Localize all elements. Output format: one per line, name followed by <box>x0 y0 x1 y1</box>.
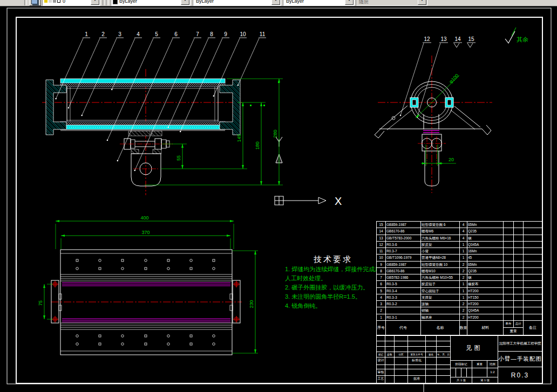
bom-cell-material: 16Mn <box>467 248 503 254</box>
drawing-title: 小臂—手装配图 <box>498 352 542 367</box>
bom-cell-material: 钢 <box>467 235 503 241</box>
callout-leader <box>135 38 194 170</box>
hole-square <box>121 259 124 262</box>
title-block-cell: 审核 <box>377 369 385 375</box>
title-block-empty-cell <box>426 357 436 365</box>
callout-leader <box>238 38 259 85</box>
bom-cell-remark <box>524 255 542 260</box>
stage-cell <box>461 368 466 377</box>
hole-circle <box>76 335 79 338</box>
lineweight-combo[interactable]: ByLayer ▼ <box>283 0 355 6</box>
bom-cell-code: GB6170-86 <box>386 228 420 234</box>
dim-arrow <box>254 349 256 353</box>
bom-cell-name: 支撑架 <box>421 294 459 300</box>
bom-cell-unit <box>504 314 513 320</box>
fork-leg-right <box>454 106 480 127</box>
bom-cell-remark <box>524 222 542 228</box>
title-block-cell: 设计 <box>377 357 385 365</box>
layer-properties-button[interactable] <box>29 0 41 6</box>
plotstyle-combo: 随层 ▼ <box>356 0 427 6</box>
bom-cell-material: 钢 <box>467 274 503 280</box>
bom-cell-code: GB859-1987 <box>386 262 420 267</box>
title-block-cell: 处数 <box>385 352 394 357</box>
linetype-dropdown-arrow[interactable]: ▼ <box>271 0 280 5</box>
callout-leader-dot <box>81 115 83 116</box>
title-block-empty-cell <box>377 365 385 369</box>
bom-cell-qty: 4 <box>460 228 467 234</box>
layer-combo[interactable]: 0 ▼ <box>42 0 100 6</box>
bom-cell-seq: 1 <box>377 314 385 320</box>
color-combo[interactable]: ByLayer ▼ <box>111 0 191 6</box>
stage-cell <box>467 368 472 377</box>
material-note: 见图 <box>451 336 498 360</box>
bom-cell-seq: 7 <box>377 274 385 280</box>
sheet-number: 第 1 张 <box>472 377 498 383</box>
linetype-combo[interactable]: ByLayer ▼ <box>193 0 281 6</box>
tech-line: 人工时效处理。 <box>285 275 327 281</box>
title-block-empty-cell <box>385 365 394 369</box>
title-block-cell: 更改文件号 <box>408 352 425 357</box>
title-block-empty-cell <box>385 347 394 352</box>
dia-label: φ100 <box>448 73 460 85</box>
callout-leader <box>56 38 83 99</box>
title-block-revision-grid: 标记处数分区更改文件号签名年、月、日设计标准化审核工艺批准 <box>377 336 450 383</box>
plate-hatch-bottom <box>60 121 225 125</box>
bom-cell-name: 六角头螺栓 M10×55 <box>421 274 459 280</box>
bom-cell-material: HT150 <box>467 294 503 300</box>
bom-cell-unit <box>504 255 513 260</box>
dim-arrow <box>230 220 234 222</box>
bom-cell-qty: 1 <box>460 288 467 294</box>
bom-cell-total <box>514 307 523 313</box>
lineweight-dropdown-arrow[interactable]: ▼ <box>345 0 354 5</box>
bom-cell-seq: 14 <box>377 228 385 234</box>
toolbar-divider <box>103 0 105 5</box>
title-block-empty-cell <box>395 376 407 383</box>
title-block-empty-cell <box>426 369 436 375</box>
bom-cell-remark <box>524 262 542 267</box>
dim-arrow <box>438 162 441 164</box>
stage-label: 阶段标记 <box>451 361 472 368</box>
bom-cell-total <box>514 248 523 254</box>
hole-circle <box>99 259 101 262</box>
hole-square <box>99 335 101 337</box>
bom-cell-qty: 2 <box>460 268 467 274</box>
bom-cell-code: GB/T5783-2000 <box>386 235 420 241</box>
hole-circle <box>76 343 79 346</box>
layer-dropdown-arrow[interactable]: ▼ <box>91 0 99 5</box>
hole-circle <box>190 259 193 262</box>
callout-number: 8 <box>210 31 213 37</box>
tech-line: 4. 锐角倒钝。 <box>285 302 321 309</box>
callout-number: 2 <box>101 31 105 37</box>
bom-cell-qty: 2 <box>460 314 467 320</box>
bom-cell-seq: 8 <box>377 268 385 274</box>
callout-number: 5 <box>155 31 158 37</box>
callout-number: 4 <box>137 31 140 37</box>
hole-circle <box>213 267 215 270</box>
dim-arrow <box>278 181 280 185</box>
title-block-empty-cell <box>395 365 407 369</box>
color-dropdown-arrow[interactable]: ▼ <box>181 0 189 5</box>
grip <box>250 105 252 106</box>
tech-title: 技术要求 <box>314 255 352 264</box>
bom-cell-qty: 2 <box>460 301 467 307</box>
bom-cell-name: 六角头螺栓 M6×16 <box>421 235 459 241</box>
callout-leader-dot <box>237 85 239 86</box>
plan-view <box>51 250 242 355</box>
tech-line: 3. 未注明的圆角半径R=1.5。 <box>285 293 361 300</box>
dim-arrow <box>242 102 244 106</box>
toolbar-divider <box>106 0 108 5</box>
hole-square <box>99 267 101 270</box>
title-block-cell: 标准化 <box>408 357 425 365</box>
bom-cell-qty: 1 <box>460 242 467 247</box>
title-block-empty-cell <box>437 357 450 365</box>
bom-cell-qty: 1 <box>460 248 467 254</box>
bom-cell-code: R0.3-2 <box>386 301 420 307</box>
bom-header-weight: 重量 <box>504 328 523 335</box>
bom-cell-remark <box>524 294 542 300</box>
callout-number: 7 <box>196 31 199 37</box>
hole-circle <box>167 343 170 346</box>
lock-icon <box>53 0 56 3</box>
surface-note: 其余 <box>517 36 528 43</box>
title-block-empty-cell <box>385 369 394 375</box>
bom-header-remark: 备注 <box>524 321 542 335</box>
